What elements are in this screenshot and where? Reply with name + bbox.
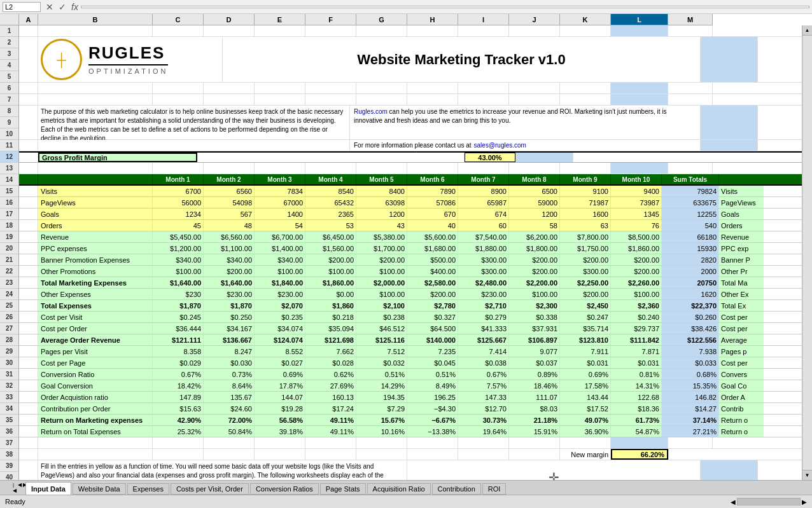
row-cell[interactable]: $300.00 — [458, 254, 509, 265]
row-cell[interactable]: $1,800.00 — [509, 243, 560, 254]
row-cell[interactable]: $100.00 — [356, 266, 407, 277]
row-cell[interactable]: 54098 — [204, 197, 255, 208]
row-cell[interactable]: $200.00 — [356, 254, 407, 265]
col-header-e[interactable]: E — [255, 14, 305, 25]
row-cell[interactable]: 58 — [509, 220, 560, 231]
row-cell[interactable]: 43 — [356, 220, 407, 231]
row-cell[interactable]: 8900 — [458, 186, 509, 196]
row-cell[interactable]: $200.00 — [611, 254, 662, 265]
row-cell[interactable]: $1,200.00 — [153, 243, 204, 254]
row-cell[interactable]: $1,680.00 — [407, 243, 458, 254]
col-header-m[interactable]: M — [668, 14, 713, 25]
row-cell[interactable]: $6,200.00 — [509, 231, 560, 242]
row-cell[interactable]: $5,450.00 — [153, 231, 204, 242]
row-cell[interactable]: 65432 — [305, 197, 356, 208]
row-cell[interactable]: $200.00 — [509, 266, 560, 277]
row-cell[interactable]: 1234 — [153, 209, 204, 219]
row-cell[interactable]: 674 — [458, 209, 509, 219]
row-cell[interactable]: $2,580.00 — [407, 277, 458, 288]
row-cell[interactable]: 1400 — [255, 209, 305, 219]
tab-roi[interactable]: ROI — [482, 483, 507, 495]
row-cell[interactable]: $1,100.00 — [204, 243, 255, 254]
row-cell[interactable]: 48 — [204, 220, 255, 231]
row-cell[interactable]: $1,640.00 — [204, 277, 255, 288]
row-cell[interactable]: $200.00 — [560, 254, 611, 265]
row-cell[interactable]: $1,750.00 — [560, 243, 611, 254]
col-header-f[interactable]: F — [305, 14, 356, 25]
vertical-scrollbar[interactable]: ▲ ▼ — [802, 25, 812, 480]
row-cell[interactable]: $200.00 — [305, 254, 356, 265]
row-cell[interactable]: $8,500.00 — [611, 231, 662, 242]
row-cell[interactable]: $1,560.00 — [305, 243, 356, 254]
row-cell[interactable]: 54 — [255, 220, 305, 231]
row-cell[interactable]: 67000 — [255, 197, 305, 208]
row-cell[interactable]: 6500 — [509, 186, 560, 196]
tab-input-data[interactable]: Input Data — [25, 482, 71, 495]
row-cell[interactable]: 7834 — [255, 186, 305, 196]
tab-costs-per-visit--order[interactable]: Costs per Visit, Order — [171, 483, 249, 495]
tab-page-stats[interactable]: Page Stats — [320, 483, 366, 495]
col-header-a[interactable]: A — [19, 14, 38, 25]
row-cell[interactable]: $6,700.00 — [255, 231, 305, 242]
col-header-b[interactable]: B — [38, 14, 153, 25]
row-cell[interactable]: $340.00 — [255, 254, 305, 265]
row-cell[interactable]: $1,400.00 — [255, 243, 305, 254]
rugles-link[interactable]: Rugles.com — [354, 108, 388, 115]
horizontal-scroll[interactable]: ◀ ▶ — [731, 498, 807, 505]
contact-link[interactable]: sales@rugles.com — [474, 142, 526, 149]
row-cell[interactable]: 2365 — [305, 209, 356, 219]
scroll-up-button[interactable]: ▲ — [802, 25, 812, 36]
col-header-c[interactable]: C — [153, 14, 204, 25]
col-header-j[interactable]: J — [509, 14, 560, 25]
row-cell[interactable]: $5,600.00 — [407, 231, 458, 242]
row-cell[interactable]: $200.00 — [509, 254, 560, 265]
row-cell[interactable]: $300.00 — [560, 266, 611, 277]
row-cell[interactable]: 670 — [407, 209, 458, 219]
row-cell[interactable]: $1,860.00 — [305, 277, 356, 288]
row-cell[interactable]: $6,560.00 — [204, 231, 255, 242]
row-cell[interactable]: $2,480.00 — [458, 277, 509, 288]
row-cell[interactable]: $2,200.00 — [509, 277, 560, 288]
row-cell[interactable]: $400.00 — [407, 266, 458, 277]
row-cell[interactable]: 57086 — [407, 197, 458, 208]
row-cell[interactable]: 73987 — [611, 197, 662, 208]
tab-conversion-ratios[interactable]: Conversion Ratios — [250, 483, 319, 495]
col-header-d[interactable]: D — [204, 14, 255, 25]
row-cell[interactable]: $300.00 — [458, 266, 509, 277]
row-cell[interactable]: $100.00 — [255, 266, 305, 277]
row-cell[interactable]: 8540 — [305, 186, 356, 196]
row-cell[interactable]: 65987 — [458, 197, 509, 208]
row-cell[interactable]: 71987 — [560, 197, 611, 208]
row-cell[interactable]: 63 — [560, 220, 611, 231]
row-cell[interactable]: 60 — [458, 220, 509, 231]
row-cell[interactable]: $2,000.00 — [356, 277, 407, 288]
gross-profit-value[interactable]: 43.00% — [465, 153, 515, 162]
row-cell[interactable]: $2,260.00 — [611, 277, 662, 288]
row-cell[interactable]: $1,860.00 — [611, 243, 662, 254]
tab-acquisition-ratio[interactable]: Acquisition Ratio — [367, 483, 431, 495]
row-cell[interactable]: $6,450.00 — [305, 231, 356, 242]
col-header-g[interactable]: G — [356, 14, 407, 25]
row-cell[interactable]: $200.00 — [611, 266, 662, 277]
row-cell[interactable]: $1,840.00 — [255, 277, 305, 288]
tab-contribution[interactable]: Contribution — [432, 483, 481, 495]
row-cell[interactable]: $340.00 — [204, 254, 255, 265]
tab-website-data[interactable]: Website Data — [73, 483, 126, 495]
row-cell[interactable]: 9100 — [560, 186, 611, 196]
row-cell[interactable]: $500.00 — [407, 254, 458, 265]
row-cell[interactable]: $1,640.00 — [153, 277, 204, 288]
row-cell[interactable]: 1200 — [356, 209, 407, 219]
scroll-left-button[interactable]: ◀ — [731, 498, 736, 505]
name-box[interactable] — [3, 2, 41, 12]
col-header-l[interactable]: L — [611, 14, 668, 25]
row-cell[interactable]: 1200 — [509, 209, 560, 219]
scroll-right-button[interactable]: ▶ — [802, 498, 807, 505]
row-cell[interactable]: $5,380.00 — [356, 231, 407, 242]
row-cell[interactable]: $340.00 — [153, 254, 204, 265]
row-cell[interactable]: 40 — [407, 220, 458, 231]
row-cell[interactable]: $200.00 — [204, 266, 255, 277]
row-cell[interactable]: $100.00 — [153, 266, 204, 277]
row-cell[interactable]: 53 — [305, 220, 356, 231]
row-cell[interactable]: $1,700.00 — [356, 243, 407, 254]
row-cell[interactable]: 56000 — [153, 197, 204, 208]
